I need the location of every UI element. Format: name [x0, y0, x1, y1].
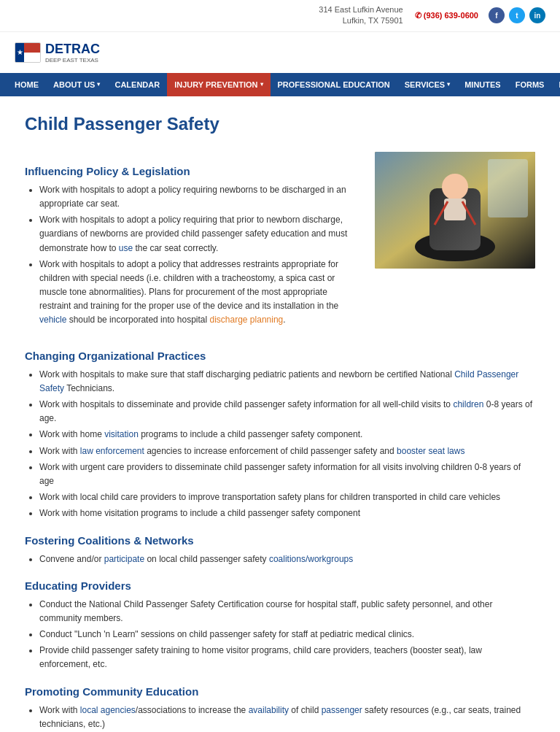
- nav-forms[interactable]: FORMS: [508, 73, 552, 96]
- logo-subtitle: DEEP EAST TEXAS: [45, 57, 100, 63]
- social-icons: f t in: [489, 7, 545, 23]
- list-item: Work with local child care providers to …: [39, 490, 535, 504]
- twitter-icon[interactable]: t: [509, 7, 525, 23]
- nav-links[interactable]: LINKS: [551, 73, 560, 96]
- list-item: Conduct "Lunch 'n Learn" sessions on chi…: [39, 628, 535, 642]
- community-section: Promoting Community Education Work with …: [25, 685, 535, 732]
- page-wrapper: 314 East Lufkin Avenue Lufkin, TX 75901 …: [0, 0, 560, 732]
- list-item: Work with local agencies/associations to…: [39, 704, 535, 731]
- car-seat-photo: [375, 152, 535, 269]
- list-item: Work with hospitals to adopt a policy re…: [39, 183, 360, 211]
- community-list: Work with local agencies/associations to…: [39, 704, 535, 732]
- section-heading-3: Fostering Coalitions & Networks: [25, 534, 535, 547]
- main-content: Child Passenger Safety Influencing Polic…: [3, 96, 557, 732]
- list-item: Work with hospitals to adopt a policy th…: [39, 258, 360, 328]
- nav-injury[interactable]: INJURY PREVENTION ▾: [167, 73, 270, 96]
- list-item: Work with home visitation programs to in…: [39, 506, 535, 520]
- main-nav: HOME ABOUT US ▾ CALENDAR INJURY PREVENTI…: [0, 73, 560, 96]
- providers-section: Educating Providers Conduct the National…: [25, 579, 535, 672]
- nav-minutes[interactable]: MINUTES: [457, 73, 508, 96]
- coalitions-list: Convene and/or participate on local chil…: [39, 552, 535, 566]
- list-item: Conduct the National Child Passenger Saf…: [39, 598, 535, 625]
- address-line1: 314 East Lufkin Avenue: [319, 5, 402, 14]
- top-bar: 314 East Lufkin Avenue Lufkin, TX 75901 …: [0, 0, 560, 32]
- linkedin-icon[interactable]: in: [529, 7, 545, 23]
- intro-section: Influencing Policy & Legislation Work wi…: [25, 152, 535, 335]
- list-item: Work with urgent care providers to disse…: [39, 461, 535, 488]
- providers-list: Conduct the National Child Passenger Saf…: [39, 598, 535, 672]
- address-line2: Lufkin, TX 75901: [343, 16, 403, 25]
- nav-services[interactable]: SERVICES ▾: [397, 73, 457, 96]
- list-item: Work with home visitation programs to in…: [39, 428, 535, 442]
- list-item: Work with hospitals to make sure that st…: [39, 368, 535, 396]
- policy-section: Influencing Policy & Legislation Work wi…: [25, 152, 360, 335]
- section-heading-4: Educating Providers: [25, 579, 535, 592]
- list-item: Work with law enforcement agencies to in…: [39, 444, 535, 458]
- section-heading-1: Influencing Policy & Legislation: [25, 165, 360, 177]
- facebook-icon[interactable]: f: [489, 7, 505, 23]
- list-item: Work with hospitals to adopt a policy re…: [39, 213, 360, 255]
- nav-about[interactable]: ABOUT US ▾: [46, 73, 107, 96]
- logo-text: DETRAC: [45, 42, 100, 57]
- svg-rect-7: [488, 159, 528, 217]
- section-heading-2: Changing Organizational Practices: [25, 350, 535, 362]
- page-title: Child Passenger Safety: [25, 114, 535, 134]
- policy-list: Work with hospitals to adopt a policy re…: [39, 183, 360, 328]
- child-car-seat-image: [375, 152, 535, 335]
- list-item: Work with hospitals to disseminate and p…: [39, 398, 535, 425]
- coalitions-section: Fostering Coalitions & Networks Convene …: [25, 534, 535, 566]
- org-list: Work with hospitals to make sure that st…: [39, 368, 535, 521]
- list-item: Convene and/or participate on local chil…: [39, 552, 535, 566]
- organizational-section: Changing Organizational Practices Work w…: [25, 350, 535, 521]
- section-heading-5: Promoting Community Education: [25, 685, 535, 698]
- svg-point-3: [442, 174, 468, 200]
- nav-calendar[interactable]: CALENDAR: [107, 73, 167, 96]
- address: 314 East Lufkin Avenue Lufkin, TX 75901: [319, 4, 402, 27]
- nav-professional[interactable]: PROFESSIONAL EDUCATION: [271, 73, 397, 96]
- header-logo: ★ DETRAC DEEP EAST TEXAS: [0, 32, 560, 73]
- phone-number: ✆ (936) 639-0600: [415, 11, 478, 20]
- list-item: Provide child passenger safety training …: [39, 644, 535, 671]
- logo[interactable]: ★ DETRAC DEEP EAST TEXAS: [15, 38, 102, 67]
- nav-home[interactable]: HOME: [7, 73, 46, 96]
